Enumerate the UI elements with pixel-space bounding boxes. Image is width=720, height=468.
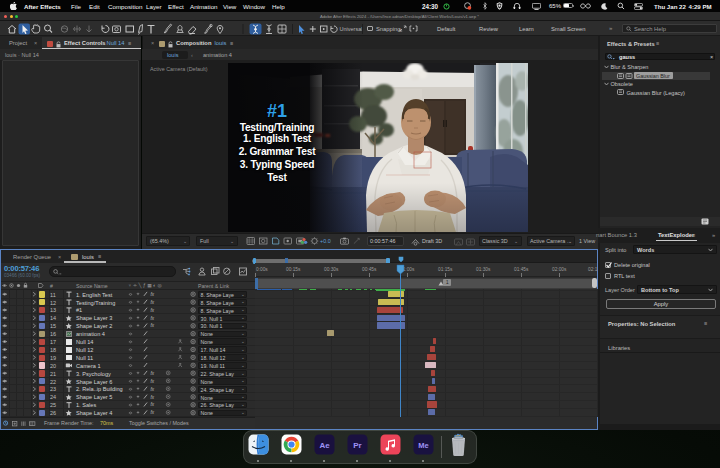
- svg-text:Ae: Ae: [319, 441, 330, 450]
- svg-text:Me: Me: [418, 441, 428, 450]
- svg-text:Pr: Pr: [353, 441, 361, 450]
